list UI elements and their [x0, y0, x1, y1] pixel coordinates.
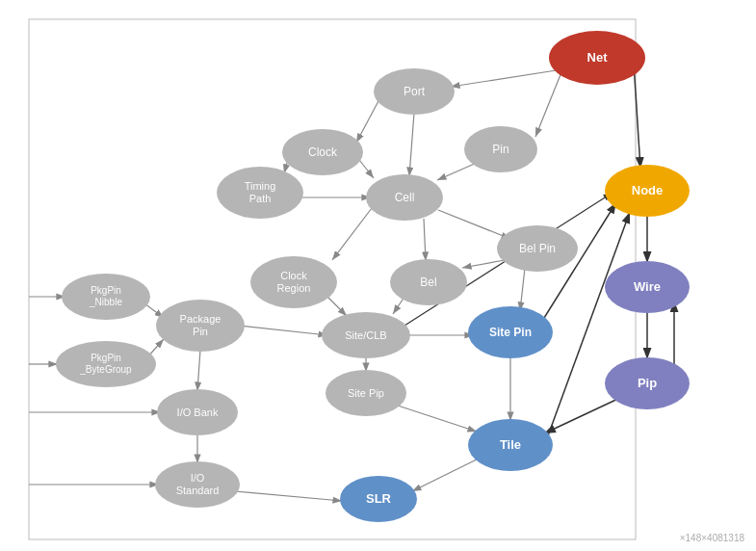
- label-packagepin-2: Pin: [193, 326, 208, 337]
- label-timingpath-2: Path: [249, 193, 272, 204]
- label-packagepin-1: Package: [180, 313, 222, 325]
- edge-cell-belpin: [438, 210, 510, 239]
- edge-belpin-bel: [462, 260, 505, 268]
- watermark-text: ×148×4081318: [680, 533, 744, 543]
- label-clock: Clock: [308, 145, 338, 159]
- label-sitepip: Site Pip: [348, 387, 384, 399]
- edge-belpin-sitepin: [520, 268, 525, 311]
- label-siteclb: Site/CLB: [345, 329, 386, 341]
- label-cell: Cell: [395, 191, 415, 204]
- label-pkgpinbytegroup-1: PkgPin: [91, 353, 121, 363]
- edge-packagepin-iobank: [197, 350, 200, 391]
- edge-cell-clockregion: [332, 208, 372, 260]
- label-port: Port: [404, 85, 426, 98]
- label-net: Net: [587, 50, 609, 65]
- edge-cell-bel: [424, 219, 426, 261]
- edge-port-cell: [409, 113, 414, 176]
- label-pkgpinnibble-1: PkgPin: [91, 285, 121, 296]
- label-slr: SLR: [366, 491, 392, 506]
- label-iostandard-2: Standard: [176, 485, 220, 496]
- diagram-svg: Net Port Clock Pin Timing Path Cell Node…: [0, 0, 756, 551]
- label-sitepin: Site Pin: [489, 326, 532, 339]
- label-tile: Tile: [500, 437, 521, 452]
- label-iostandard-1: I/O: [191, 472, 205, 484]
- label-bel: Bel: [420, 276, 436, 289]
- edge-packagepin-siteclb: [239, 326, 327, 335]
- edge-net-port: [451, 69, 562, 87]
- label-pkgpinbytegroup-2: _ByteGroup: [79, 364, 132, 375]
- label-pip: Pip: [638, 376, 657, 390]
- edge-tile-slr: [412, 455, 486, 491]
- label-belpin: Bel Pin: [519, 242, 556, 255]
- label-iobank: I/O Bank: [177, 407, 219, 418]
- label-clockregion-2: Region: [277, 282, 311, 294]
- label-clockregion-1: Clock: [280, 270, 307, 281]
- edge-clockregion-siteclb: [327, 297, 347, 316]
- edge-iostandard-slr: [235, 491, 342, 501]
- edge-port-clock: [356, 99, 379, 143]
- label-pin: Pin: [492, 143, 508, 156]
- label-pkgpinnibble-2: _Nibble: [89, 297, 122, 307]
- diagram-container: Net Port Clock Pin Timing Path Cell Node…: [0, 0, 756, 551]
- label-timingpath-1: Timing: [245, 180, 276, 192]
- edge-net-pin: [535, 72, 561, 137]
- edge-net-node: [634, 63, 640, 169]
- label-wire: Wire: [634, 279, 661, 294]
- edge-sitepip-tile: [395, 405, 477, 432]
- label-node: Node: [632, 183, 664, 197]
